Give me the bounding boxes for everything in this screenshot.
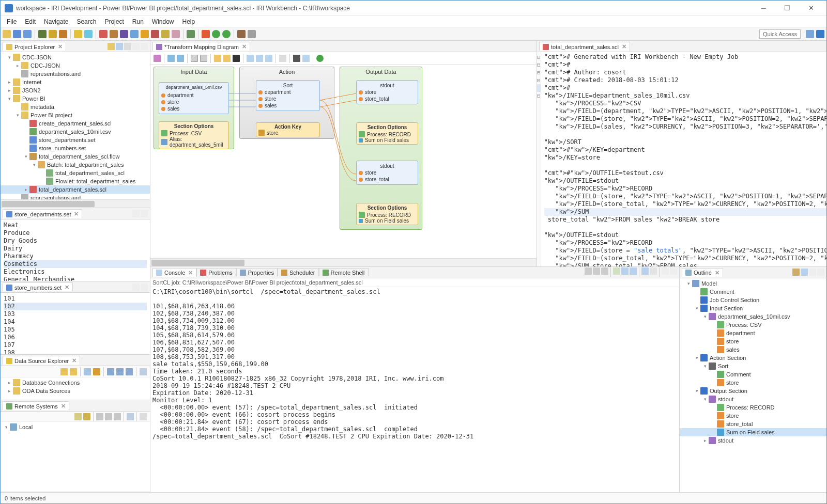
stdout1-card[interactable]: stdout store store_total bbox=[356, 80, 418, 104]
outline-item[interactable]: Process: CSV bbox=[680, 321, 826, 329]
close-icon[interactable]: ✕ bbox=[65, 284, 69, 291]
open-console-icon[interactable] bbox=[650, 267, 657, 275]
color-icon[interactable] bbox=[223, 55, 231, 62]
outline-item[interactable]: store bbox=[680, 379, 826, 387]
grid-icon[interactable] bbox=[302, 55, 310, 62]
zoom-in-icon[interactable] bbox=[247, 55, 254, 62]
tree-item[interactable]: ▸CDC-JSON bbox=[1, 61, 150, 70]
tab-scheduler[interactable]: Scheduler bbox=[278, 268, 319, 276]
build-icon[interactable] bbox=[237, 30, 246, 38]
remove-icon[interactable] bbox=[593, 267, 600, 275]
outline-item[interactable]: ▾Output Section bbox=[680, 387, 826, 395]
action-key-card[interactable]: Action Key store bbox=[256, 122, 320, 137]
export-icon[interactable] bbox=[293, 55, 300, 62]
tab-scl-editor[interactable]: total_department_sales.scl ✕ bbox=[539, 42, 630, 51]
minimize-icon[interactable] bbox=[809, 269, 816, 276]
tree-item[interactable]: representations.aird bbox=[1, 194, 150, 199]
stdout2-card[interactable]: stdout store store_total bbox=[356, 161, 418, 185]
menu-file[interactable]: File bbox=[3, 17, 21, 27]
console-output[interactable]: C:\IRI\cosort100\bin\sortcl /spec=total_… bbox=[150, 287, 679, 493]
maximize-icon[interactable] bbox=[141, 210, 148, 217]
maximize-icon[interactable] bbox=[670, 267, 677, 275]
ds-icon[interactable] bbox=[84, 368, 91, 375]
close-icon[interactable]: ✕ bbox=[58, 43, 63, 50]
outline-item[interactable]: ▾Sort bbox=[680, 362, 826, 370]
tree-item[interactable]: ▾CDC-JSON bbox=[1, 53, 150, 61]
shield-icon[interactable] bbox=[141, 30, 149, 38]
run-last-icon[interactable] bbox=[222, 30, 231, 38]
back-icon[interactable] bbox=[96, 413, 103, 420]
menu-help[interactable]: Help bbox=[178, 17, 200, 27]
remote-systems-tree[interactable]: ▾Local bbox=[1, 422, 150, 492]
tree-item[interactable]: metadata bbox=[1, 103, 150, 111]
menu-run[interactable]: Run bbox=[128, 17, 148, 27]
outline-tree[interactable]: ▾ModelCommentJob Control Section▾Input S… bbox=[680, 278, 826, 493]
save-icon[interactable] bbox=[13, 30, 21, 38]
rs-icon[interactable] bbox=[83, 413, 90, 420]
tree-item[interactable]: ▾Power BI bbox=[1, 94, 150, 103]
minimize-icon[interactable] bbox=[132, 43, 140, 50]
code-editor[interactable]: ⊟⊟⊟⊟ ⊟ "cmt"># Generated with IRI Workbe… bbox=[537, 52, 826, 266]
zoom-out-icon[interactable] bbox=[256, 55, 263, 62]
minimize-button[interactable]: ─ bbox=[752, 2, 775, 15]
tree-item[interactable]: department_sales_10mil.csv bbox=[1, 128, 150, 136]
cosort-icon[interactable] bbox=[99, 30, 108, 38]
tree-item[interactable]: Flowlet: total_department_sales bbox=[1, 177, 150, 185]
filter-icon[interactable] bbox=[49, 30, 57, 38]
ds-icon[interactable] bbox=[126, 368, 133, 375]
view-menu-icon[interactable] bbox=[140, 413, 147, 420]
terminate-icon[interactable] bbox=[585, 267, 592, 275]
tab-properties[interactable]: Properties bbox=[236, 268, 278, 276]
tree-item[interactable]: ▸total_department_sales.scl bbox=[1, 185, 150, 194]
perspective-iri-icon[interactable] bbox=[806, 30, 814, 38]
ds-icon[interactable] bbox=[60, 368, 68, 375]
store-numbers-list[interactable]: 101102103104105106107108 bbox=[1, 293, 150, 354]
input-card[interactable]: department_sales_5mil.csv department sto… bbox=[159, 82, 229, 114]
section-options-out2[interactable]: Section Options Process: RECORD Sum on F… bbox=[356, 203, 418, 225]
ds-icon[interactable] bbox=[70, 368, 77, 375]
store-departments-list[interactable]: MeatProduceDry GoodsDairyPharmacyCosmeti… bbox=[1, 219, 150, 281]
tree-item-local[interactable]: Local bbox=[19, 424, 33, 430]
clear-icon[interactable] bbox=[613, 267, 620, 275]
dg-tool-icon[interactable] bbox=[177, 55, 184, 62]
search-icon[interactable] bbox=[187, 30, 195, 38]
close-icon[interactable]: ✕ bbox=[72, 357, 76, 364]
close-icon[interactable]: ✕ bbox=[715, 270, 719, 276]
rs-icon[interactable] bbox=[74, 413, 82, 420]
menu-edit[interactable]: Edit bbox=[21, 17, 40, 27]
run-icon[interactable] bbox=[316, 55, 324, 62]
ds-icon[interactable] bbox=[107, 368, 114, 375]
quick-access-input[interactable]: Quick Access bbox=[759, 29, 801, 39]
maximize-icon[interactable] bbox=[141, 284, 148, 291]
outline-item[interactable]: ▾department_sales_10mil.csv bbox=[680, 312, 826, 321]
sort-card[interactable]: Sort department store sales bbox=[256, 80, 320, 111]
perspective-icon[interactable] bbox=[816, 30, 824, 38]
db-icon[interactable] bbox=[74, 30, 82, 38]
close-icon[interactable]: ✕ bbox=[74, 211, 79, 217]
minimize-icon[interactable] bbox=[132, 284, 140, 291]
ds-icon[interactable] bbox=[93, 368, 100, 375]
outline-icon2[interactable] bbox=[801, 269, 808, 276]
pin-console-icon[interactable] bbox=[630, 267, 637, 275]
tree-item[interactable]: ▾Power BI project bbox=[1, 111, 150, 119]
outline-item[interactable]: store bbox=[680, 412, 826, 420]
font-icon[interactable] bbox=[214, 55, 221, 62]
layers-icon[interactable] bbox=[38, 30, 47, 38]
maximize-button[interactable]: ☐ bbox=[776, 2, 799, 15]
outline-item[interactable]: ▾Model bbox=[680, 279, 826, 288]
menu-search[interactable]: Search bbox=[72, 17, 100, 27]
close-icon[interactable]: ✕ bbox=[242, 43, 247, 50]
outline-item[interactable]: sales bbox=[680, 345, 826, 354]
skip-icon[interactable] bbox=[202, 30, 210, 38]
close-button[interactable]: ✕ bbox=[800, 2, 822, 15]
scrollbar[interactable] bbox=[150, 258, 537, 266]
outline-item[interactable]: Process: RECORD bbox=[680, 403, 826, 412]
dg-tool-icon[interactable] bbox=[167, 55, 175, 62]
display-icon[interactable] bbox=[641, 267, 649, 275]
remove-all-icon[interactable] bbox=[601, 267, 608, 275]
redshield-icon[interactable] bbox=[151, 30, 159, 38]
minimize-icon[interactable] bbox=[662, 267, 669, 275]
dg-tool-icon[interactable] bbox=[200, 55, 207, 62]
nextform-icon[interactable] bbox=[172, 30, 180, 38]
maximize-icon[interactable] bbox=[817, 269, 824, 276]
